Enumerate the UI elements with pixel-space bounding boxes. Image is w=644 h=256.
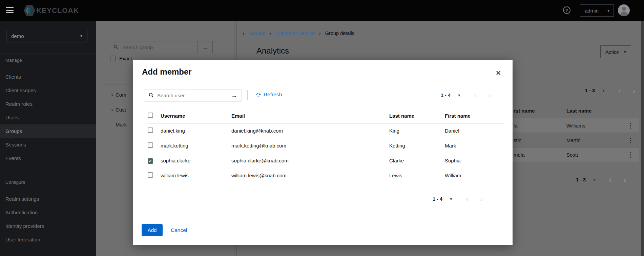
last-name-cell: Martin bbox=[566, 137, 627, 143]
last-name-header: Last name bbox=[389, 113, 445, 119]
first-name-cell-fragment: stin bbox=[508, 137, 566, 143]
sidebar-item-realm-roles[interactable]: Realm roles bbox=[0, 97, 96, 111]
sidebar-item-identity-providers[interactable]: Identity providers bbox=[0, 219, 96, 233]
breadcrumb-current: Group details bbox=[325, 31, 354, 36]
close-icon[interactable]: × bbox=[493, 68, 503, 78]
kebab-menu-icon[interactable]: ⋮ bbox=[627, 122, 639, 130]
members-pagination-bottom: 1 - 3 ▼ ‹ › bbox=[576, 175, 626, 184]
last-name-cell: Ketting bbox=[389, 143, 445, 149]
nav-section-label: Configure bbox=[0, 176, 96, 188]
pagination-range: 1 - 4 bbox=[441, 93, 451, 98]
exact-search-label: Exact bbox=[119, 56, 132, 61]
caret-down-icon: ▼ bbox=[607, 9, 610, 13]
sidebar-item-events[interactable]: Events bbox=[0, 152, 96, 165]
table-header-row: Username Email Last name First name bbox=[148, 109, 504, 123]
exact-search-option: Exact bbox=[110, 56, 132, 61]
sidebar-item-groups[interactable]: Groups bbox=[0, 124, 96, 138]
members-pagination-top: 1 - 3 ▼ ‹ › bbox=[585, 86, 635, 95]
first-name-header-fragment: rst name bbox=[508, 108, 566, 114]
keycloak-admin-console: KEYCLOAK ? admin ▼ demo ▼ Manage Clients… bbox=[0, 0, 644, 256]
breadcrumb-link-groups[interactable]: Groups bbox=[249, 31, 265, 36]
kebab-menu-icon[interactable]: ⋮ bbox=[627, 151, 639, 159]
help-icon[interactable]: ? bbox=[563, 6, 570, 14]
row-checkbox[interactable]: ✓ bbox=[148, 158, 153, 164]
search-submit-arrow-icon[interactable]: → bbox=[197, 41, 212, 53]
username-cell: daniel.king bbox=[161, 128, 231, 134]
last-name-header: Last name bbox=[566, 108, 627, 114]
table-row: stin Martin ⋮ bbox=[508, 133, 639, 147]
search-submit-arrow-icon[interactable]: → bbox=[227, 90, 241, 101]
pagination-range: 1 - 3 bbox=[585, 88, 595, 93]
table-row: mela Scott ⋮ bbox=[508, 147, 639, 162]
chevron-right-icon[interactable]: › bbox=[489, 92, 491, 99]
add-button[interactable]: Add bbox=[142, 224, 163, 236]
chevron-right-icon[interactable]: › bbox=[624, 176, 626, 183]
chevron-right-icon: › bbox=[270, 31, 271, 36]
search-icon bbox=[149, 93, 154, 99]
select-all-checkbox[interactable] bbox=[148, 113, 153, 118]
group-tree-item-label: Mark bbox=[114, 122, 127, 127]
action-dropdown-button[interactable]: Action ▼ bbox=[600, 45, 631, 58]
sidebar-item-authentication[interactable]: Authentication bbox=[0, 206, 96, 219]
breadcrumb-link-customer-service[interactable]: Customer Service bbox=[276, 31, 315, 36]
sidebar-item-client-scopes[interactable]: Client scopes bbox=[0, 84, 96, 97]
realm-selector-dropdown[interactable]: demo ▼ bbox=[6, 30, 87, 42]
email-cell: sophia.clarke@knab.com bbox=[231, 158, 389, 163]
chevron-right-icon[interactable]: › bbox=[633, 87, 635, 94]
table-header-row: rst name Last name bbox=[508, 103, 639, 118]
first-name-cell: Sophia bbox=[445, 158, 504, 163]
chevron-left-icon[interactable]: ‹ bbox=[618, 87, 621, 94]
action-button-label: Action bbox=[605, 49, 620, 55]
row-checkbox[interactable] bbox=[148, 142, 153, 148]
first-name-cell: Daniel bbox=[445, 128, 504, 134]
user-pagination-top: 1 - 4 ▼ ‹ › bbox=[441, 91, 491, 100]
chevron-left-icon[interactable]: ‹ bbox=[466, 196, 468, 202]
email-cell: mark.ketting@knab.com bbox=[231, 143, 389, 149]
user-pagination-bottom: 1 - 4 ▼ ‹ › bbox=[433, 195, 483, 203]
brand-logo: KEYCLOAK bbox=[24, 4, 79, 17]
refresh-button[interactable]: Refresh bbox=[256, 92, 282, 98]
sidebar-item-realm-settings[interactable]: Realm settings bbox=[0, 192, 96, 206]
exact-search-checkbox[interactable] bbox=[110, 56, 116, 61]
keycloak-logo-icon bbox=[24, 4, 35, 17]
user-select-table: Username Email Last name First name dani… bbox=[148, 109, 504, 183]
sidebar-item-clients[interactable]: Clients bbox=[0, 70, 96, 84]
cancel-button[interactable]: Cancel bbox=[171, 224, 187, 236]
breadcrumb: ‹ Groups › Customer Service › Group deta… bbox=[243, 31, 354, 36]
caret-down-icon[interactable]: ▼ bbox=[593, 178, 596, 182]
chevron-right-icon[interactable]: › bbox=[103, 106, 114, 113]
table-row: daniel.king daniel.king@knab.com King Da… bbox=[148, 123, 504, 138]
table-row: ✓ sophia.clarke sophia.clarke@knab.com C… bbox=[148, 153, 504, 168]
group-search-input[interactable] bbox=[110, 41, 197, 53]
hamburger-menu-icon[interactable] bbox=[6, 7, 14, 13]
scrollbar[interactable] bbox=[641, 21, 644, 256]
user-menu-dropdown[interactable]: admin ▼ bbox=[580, 4, 614, 17]
caret-down-icon[interactable]: ▼ bbox=[457, 93, 461, 97]
kebab-menu-icon[interactable]: ⋮ bbox=[627, 136, 639, 144]
caret-down-icon[interactable]: ▼ bbox=[602, 88, 605, 93]
row-checkbox[interactable] bbox=[148, 127, 153, 133]
chevron-left-icon[interactable]: ‹ bbox=[609, 176, 611, 183]
row-checkbox[interactable] bbox=[148, 172, 153, 178]
nav-section: Manage ClientsClient scopesRealm rolesUs… bbox=[0, 54, 96, 165]
sidebar-item-sessions[interactable]: Sessions bbox=[0, 138, 96, 152]
avatar[interactable] bbox=[618, 4, 630, 16]
group-tree-item-label: Cust bbox=[114, 107, 126, 113]
refresh-icon bbox=[256, 92, 261, 97]
caret-down-icon[interactable]: ▼ bbox=[449, 197, 453, 201]
chevron-right-icon[interactable]: › bbox=[480, 196, 483, 202]
members-table: rst name Last name la Williams ⋮ stin Ma… bbox=[508, 103, 639, 162]
username-cell: sophia.clarke bbox=[161, 158, 231, 163]
chevron-right-icon: › bbox=[319, 31, 321, 36]
last-name-cell: Williams bbox=[566, 123, 627, 129]
breadcrumb-back-icon[interactable]: ‹ bbox=[243, 31, 245, 36]
sidebar-item-user-federation[interactable]: User federation bbox=[0, 233, 96, 247]
user-search-input[interactable] bbox=[145, 90, 227, 101]
first-name-cell: Mark bbox=[445, 143, 504, 149]
chevron-left-icon[interactable]: ‹ bbox=[474, 92, 476, 99]
search-icon bbox=[113, 44, 119, 51]
first-name-cell-fragment: mela bbox=[508, 152, 566, 158]
chevron-right-icon[interactable]: › bbox=[103, 92, 114, 98]
sidebar-item-users[interactable]: Users bbox=[0, 111, 96, 124]
realm-selector-label: demo bbox=[11, 33, 24, 39]
